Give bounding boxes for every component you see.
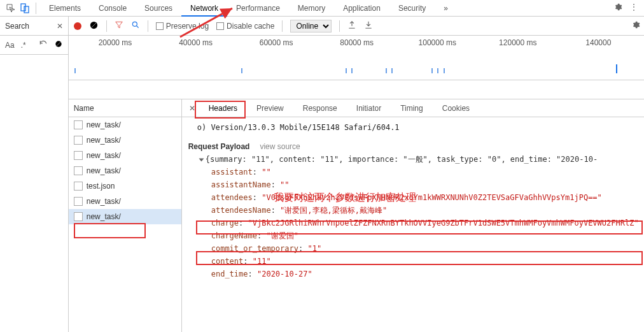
tab-application[interactable]: Application	[334, 0, 389, 17]
request-row[interactable]: new_task/	[69, 194, 181, 209]
payload-field-attendeesName: attendeesName: "谢爱国,李稳,梁循标,戴海峰"	[188, 204, 639, 217]
clear-icon[interactable]	[54, 40, 63, 50]
device-toolbar-icon[interactable]	[18, 1, 32, 15]
request-details: ✕ Headers Preview Response Initiator Tim…	[182, 99, 644, 332]
tab-more[interactable]: »	[435, 0, 457, 17]
tab-response[interactable]: Response	[294, 99, 346, 117]
network-settings-icon[interactable]	[631, 20, 640, 31]
devtools-top-tabs: Elements Console Sources Network Perform…	[0, 0, 644, 17]
timeline-tick-label: 140000	[558, 38, 639, 47]
record-icon[interactable]	[74, 22, 81, 30]
user-agent-line: o) Version/13.0.3 Mobile/15E148 Safari/6…	[197, 121, 639, 134]
network-timeline[interactable]: 20000 ms 40000 ms 60000 ms 80000 ms 1000…	[69, 36, 644, 80]
view-source-link[interactable]: view source	[260, 142, 300, 151]
timeline-tick-label: 40000 ms	[155, 38, 236, 47]
request-row[interactable]: new_task/	[69, 163, 181, 178]
file-icon	[74, 151, 83, 160]
timeline-tick-label: 80000 ms	[316, 38, 397, 47]
svg-rect-0	[21, 4, 25, 11]
payload-field-charge: charge: "VjBkc2JGRlhiRWhrVnpoelZFZFNXRnB…	[188, 217, 639, 229]
file-icon	[74, 166, 83, 175]
search-icon[interactable]	[131, 20, 140, 31]
splitter[interactable]	[69, 80, 644, 99]
tab-elements[interactable]: Elements	[40, 0, 90, 17]
network-toolbar: Preserve log Disable cache Online	[69, 17, 644, 36]
payload-field-content: content: "11"	[188, 255, 639, 268]
payload-field-chargeName: chargeName: "谢爱国"	[188, 229, 639, 242]
separator	[36, 3, 36, 14]
payload-field-endtime: end_time: "2020-10-27"	[188, 268, 639, 280]
tab-preview[interactable]: Preview	[248, 99, 293, 117]
payload-field-assistant: assistant: ""	[188, 166, 639, 178]
detail-tabs: ✕ Headers Preview Response Initiator Tim…	[182, 99, 644, 117]
kebab-menu-icon[interactable]: ⋮	[630, 3, 638, 13]
tab-console[interactable]: Console	[90, 0, 136, 17]
svg-point-4	[132, 22, 137, 26]
payload-summary: {summary: "11", content: "11", importanc…	[188, 153, 639, 166]
download-icon[interactable]	[364, 20, 373, 31]
inspect-icon[interactable]	[4, 1, 18, 15]
request-payload-header[interactable]: Request Payloadview source	[188, 140, 639, 153]
match-case-toggle[interactable]: Aa	[5, 41, 15, 50]
svg-rect-1	[24, 6, 29, 13]
disable-cache-checkbox[interactable]: Disable cache	[216, 22, 274, 31]
tab-cookies[interactable]: Cookies	[433, 99, 479, 117]
upload-icon[interactable]	[347, 20, 356, 31]
search-title: Search	[5, 22, 29, 31]
request-list-header[interactable]: Name	[69, 99, 181, 117]
tab-sources[interactable]: Sources	[136, 0, 181, 17]
request-row[interactable]: new_task/	[69, 117, 181, 133]
file-icon	[74, 182, 83, 191]
tab-headers[interactable]: Headers	[200, 99, 246, 117]
regex-toggle[interactable]: .*	[21, 41, 26, 50]
tab-performance[interactable]: Performance	[227, 0, 289, 17]
timeline-tick-label: 100000 ms	[397, 38, 478, 47]
search-panel: Search ✕ Aa .*	[0, 17, 69, 332]
close-details-icon[interactable]: ✕	[186, 104, 199, 113]
settings-icon[interactable]	[613, 3, 622, 13]
file-icon	[74, 197, 83, 206]
timeline-tick-label: 60000 ms	[236, 38, 317, 47]
request-row[interactable]: new_task/	[69, 148, 181, 163]
payload-field-assistantName: assistantName: ""	[188, 178, 639, 191]
request-row[interactable]: new_task/	[69, 133, 181, 148]
payload-field-commit: commit_or_temporary: "1"	[188, 242, 639, 255]
file-icon	[74, 120, 83, 129]
tab-timing[interactable]: Timing	[391, 99, 432, 117]
file-icon	[74, 136, 83, 145]
headers-body[interactable]: o) Version/13.0.3 Mobile/15E148 Safari/6…	[182, 117, 644, 332]
request-row[interactable]: new_task/	[69, 209, 181, 224]
throttling-select[interactable]: Online	[290, 20, 332, 32]
tab-network[interactable]: Network	[181, 0, 227, 17]
payload-field-attendees: attendees: "V0dsbFFXbEhkVzhzVEdsWFpXNHNU…	[188, 191, 639, 204]
request-list: Name new_task/ new_task/ new_task/ new_t…	[69, 99, 182, 332]
file-icon	[74, 212, 83, 221]
tab-security[interactable]: Security	[389, 0, 435, 17]
clear-log-icon[interactable]	[89, 20, 99, 32]
tab-memory[interactable]: Memory	[289, 0, 334, 17]
preserve-log-checkbox[interactable]: Preserve log	[156, 22, 209, 31]
timeline-tick-label: 20000 ms	[75, 38, 156, 47]
search-close-icon[interactable]: ✕	[57, 22, 63, 31]
tab-initiator[interactable]: Initiator	[347, 99, 390, 117]
refresh-icon[interactable]	[39, 40, 48, 50]
request-row[interactable]: test.json	[69, 178, 181, 194]
timeline-tick-label: 120000 ms	[478, 38, 559, 47]
filter-icon[interactable]	[115, 20, 123, 31]
